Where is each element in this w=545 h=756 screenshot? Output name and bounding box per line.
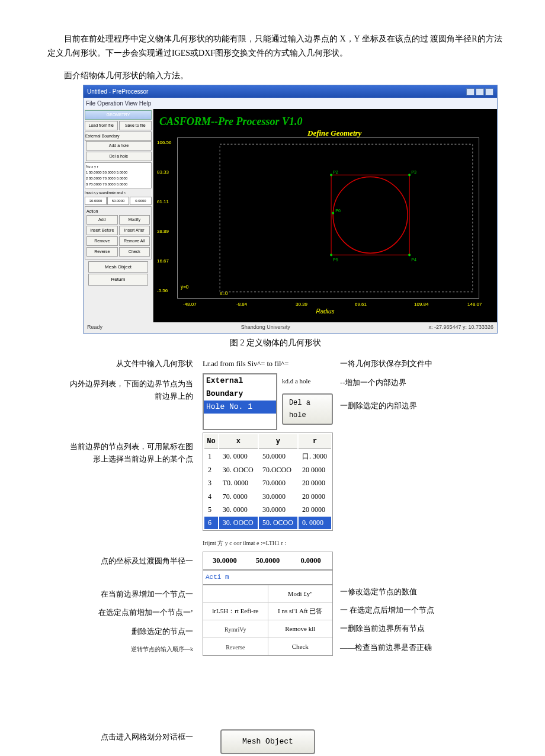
insert-after-button[interactable]: Insert After bbox=[119, 226, 150, 235]
del-a-hole-button[interactable]: Del a hole bbox=[282, 393, 333, 425]
svg-point-7 bbox=[330, 254, 332, 257]
status-right: x: -27.965447 y: 10.733326 bbox=[428, 323, 493, 332]
label-reverse: 逆转节点的输入顺序—k bbox=[65, 644, 193, 654]
node-list[interactable]: No x y r 1 30.0000 50.0000 5.0000 2 30.0… bbox=[85, 162, 152, 188]
svg-point-5 bbox=[408, 174, 411, 177]
table-row[interactable]: 130. 000050.0000口. 3000 bbox=[204, 450, 331, 462]
svg-point-2 bbox=[333, 177, 408, 254]
menu-bar[interactable]: File Operation View Help bbox=[84, 98, 497, 109]
label-remove-all: 一删除当前边界所有节点 bbox=[340, 623, 494, 635]
boundary-listbox[interactable]: External Boundary Hole No. 1 bbox=[203, 373, 277, 430]
mesh-object-button[interactable]: Mesh Object bbox=[220, 729, 315, 754]
node-table[interactable]: Noxyr 130. 000050.0000口. 3000 230. OOCO7… bbox=[203, 433, 333, 531]
table-row[interactable]: 530. 000030.000020 0000 bbox=[204, 504, 331, 515]
explanation-diagram: 从文件中输入几何形状 Lr.ad from fils Siv^= to fil^… bbox=[65, 358, 504, 756]
list-item[interactable]: 2 30.0000 70.0000 0.0000 bbox=[86, 175, 150, 181]
save-to-file-button[interactable]: Save to file bbox=[119, 121, 152, 130]
svg-text:y=0: y=0 bbox=[181, 285, 189, 290]
xtick: 109.84 bbox=[414, 300, 428, 309]
action-grid: Acti m Modi £y" lrL5H：rt Eefi-reI ns si'… bbox=[203, 570, 333, 656]
svg-text:P4: P4 bbox=[411, 257, 416, 262]
reverse-button[interactable]: Reverse bbox=[203, 638, 268, 655]
list-item[interactable]: 3 70.0000 70.0000 0.0000 bbox=[86, 181, 150, 187]
insert-before-button[interactable]: lrL5H：rt Eefi-re bbox=[203, 603, 268, 620]
label-node-list: 当前边界的节点列表，可用鼠标在图形上选择当前边界上的某个点 bbox=[65, 433, 195, 531]
window-titlebar: Untitled - PreProcessor bbox=[84, 85, 497, 98]
svg-text:P3: P3 bbox=[411, 170, 416, 175]
input-x[interactable]: 30.0000 bbox=[85, 197, 107, 205]
return-button[interactable]: Return bbox=[88, 274, 148, 286]
svg-rect-0 bbox=[220, 145, 473, 292]
add-button[interactable] bbox=[203, 585, 268, 603]
modify-button[interactable]: Modi £y" bbox=[268, 585, 333, 603]
label-save-file: 一将几何形状保存到文件中 bbox=[340, 358, 494, 370]
svg-point-3 bbox=[330, 174, 332, 177]
table-row-selected[interactable]: 630. OOCO50. OCOO0. 0000 bbox=[204, 517, 331, 528]
window-buttons bbox=[466, 88, 493, 95]
ytick: 61.11 bbox=[157, 198, 169, 206]
minimize-icon[interactable] bbox=[466, 88, 475, 95]
action-label: Action bbox=[86, 208, 150, 215]
label-add-hole: --增加一个内部边界 bbox=[340, 377, 494, 389]
modify-button[interactable]: Modify bbox=[119, 215, 150, 225]
reverse-button[interactable]: Reverse bbox=[86, 247, 118, 257]
input-y[interactable]: 50.0000 bbox=[107, 197, 129, 205]
remove-button[interactable]: Remove bbox=[86, 236, 118, 246]
svg-rect-1 bbox=[331, 175, 409, 255]
ytick: 83.33 bbox=[157, 168, 169, 177]
input-r[interactable]: 0.0000 bbox=[130, 197, 152, 205]
list-item[interactable]: 4 70.0000 30.0000 0.0000 bbox=[86, 188, 150, 188]
coord-inputs[interactable]: 30.0000 50.0000 0.0000 bbox=[203, 552, 333, 570]
list-item[interactable]: External Boundary bbox=[204, 374, 276, 401]
x-axis-label: Radius bbox=[316, 306, 334, 316]
figure-caption: 图 2 定义物体的几何形状 bbox=[47, 336, 504, 350]
svg-text:P2: P2 bbox=[333, 170, 338, 175]
close-icon[interactable] bbox=[485, 88, 493, 95]
remove-button[interactable]: RymriVy bbox=[203, 620, 268, 638]
screenshot-window: Untitled - PreProcessor File Operation V… bbox=[83, 85, 498, 333]
window-title: Untitled - PreProcessor bbox=[87, 87, 148, 97]
status-mid: Shandong University bbox=[241, 323, 290, 332]
check-button[interactable]: Check bbox=[119, 247, 150, 257]
label-check: ——检查当前边界是否正确 bbox=[340, 642, 494, 654]
action-group: Action AddModify Insert BeforeInsert Aft… bbox=[85, 206, 152, 259]
table-row[interactable]: 470. 000030.000020 0000 bbox=[204, 491, 331, 502]
remove-all-button[interactable]: Remove All bbox=[119, 236, 150, 246]
list-item-selected[interactable]: Hole No. 1 bbox=[204, 401, 276, 414]
add-button[interactable]: Add bbox=[86, 215, 118, 225]
check-button[interactable]: Check bbox=[268, 638, 333, 655]
insert-before-button[interactable]: Insert Before bbox=[86, 226, 118, 235]
label-mesh-object: 点击进入网格划分对话框一 bbox=[65, 726, 195, 756]
input-label: Input x,y coordinate and r: bbox=[85, 190, 152, 196]
status-bar: Ready Shandong University x: -27.965447 … bbox=[84, 322, 497, 332]
app-title: CASFORM--Pre Processor V1.0 bbox=[159, 113, 303, 131]
list-item[interactable]: 1 30.0000 50.0000 5.0000 bbox=[86, 169, 150, 175]
xtick: 69.61 bbox=[355, 300, 367, 309]
svg-text:P6: P6 bbox=[335, 208, 341, 213]
text-load-save: Lr.ad from fils Siv^= to fil^= bbox=[203, 358, 333, 370]
input-r[interactable]: 0.0000 bbox=[289, 552, 332, 569]
table-row[interactable]: 230. OOCO70.OCOO20 0000 bbox=[204, 464, 331, 476]
external-boundary-label: External Boundary bbox=[85, 132, 152, 141]
insert-after-button[interactable]: I ns si'1 Aft 已答 bbox=[268, 603, 333, 620]
del-hole-button[interactable]: Del a hole bbox=[86, 152, 152, 161]
canvas-area[interactable]: CASFORM--Pre Processor V1.0 Define Geome… bbox=[153, 109, 497, 322]
label-load-file: 从文件中输入几何形状 bbox=[65, 358, 195, 370]
input-y[interactable]: 50.0000 bbox=[246, 552, 290, 569]
svg-point-11 bbox=[332, 212, 334, 214]
list-header: No x y r bbox=[86, 164, 150, 169]
add-hole-button[interactable]: Add a hole bbox=[86, 141, 152, 150]
maximize-icon[interactable] bbox=[476, 88, 484, 95]
coord-input-caption: Irijmt 方 y c oor ilmat e :=LTH1 r : bbox=[203, 533, 333, 549]
mesh-object-button[interactable]: Mesh Object bbox=[88, 261, 148, 273]
load-from-file-button[interactable]: Load from file bbox=[85, 121, 118, 130]
table-row[interactable]: 3T0. 000070.000020 0000 bbox=[204, 477, 331, 489]
remove-all-button[interactable]: Remove kll bbox=[268, 620, 333, 638]
input-x[interactable]: 30.0000 bbox=[203, 552, 246, 569]
th: No bbox=[204, 434, 218, 449]
add-hole-text: kd.d a hole bbox=[282, 376, 333, 387]
intro-para-2: 面介绍物体几何形状的输入方法。 bbox=[47, 69, 504, 83]
ytick: 16.67 bbox=[157, 257, 169, 265]
ytick: 38.89 bbox=[157, 228, 169, 236]
th: x bbox=[219, 434, 258, 449]
